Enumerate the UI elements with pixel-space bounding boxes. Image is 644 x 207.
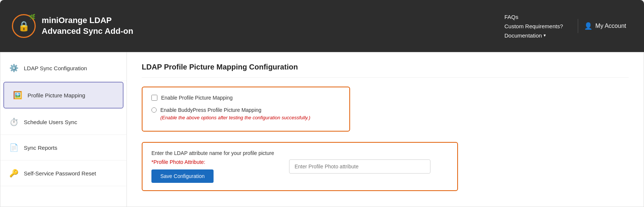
sidebar: ⚙️ LDAP Sync Configuration 🖼️ Profile Pi… (0, 52, 127, 207)
nav-links: FAQs Custom Requirements? Documentation … (504, 14, 563, 39)
enable-mapping-checkbox[interactable] (151, 95, 157, 101)
attr-left: Enter the LDAP attribute name for your p… (151, 150, 274, 183)
custom-req-link[interactable]: Custom Requirements? (504, 23, 563, 29)
main-container: ⚙️ LDAP Sync Configuration 🖼️ Profile Pi… (0, 52, 644, 207)
app-header: 🔒 🌿 miniOrange LDAP Advanced Sync Add-on… (0, 0, 644, 52)
app-logo: 🔒 🌿 (12, 14, 36, 38)
sidebar-item-schedule-users-sync[interactable]: ⏱️ Schedule Users Sync (0, 109, 126, 135)
attribute-section: Enter the LDAP attribute name for your p… (142, 142, 458, 191)
enable-buddypress-row: Enable BuddyPress Profile Picture Mappin… (151, 107, 340, 120)
enable-mapping-label: Enable Profile Picture Mapping (161, 95, 233, 101)
enable-buddypress-label: Enable BuddyPress Profile Picture Mappin… (160, 107, 262, 113)
user-icon: 👤 (584, 22, 592, 30)
profile-photo-attribute-input[interactable] (289, 159, 430, 174)
enable-mapping-row: Enable Profile Picture Mapping (151, 95, 340, 101)
page-title: LDAP Profile Picture Mapping Configurati… (142, 63, 629, 78)
attr-label: *Profile Photo Attribute: (151, 159, 274, 165)
sync-config-icon: ⚙️ (9, 64, 19, 72)
save-configuration-button[interactable]: Save Configuration (151, 169, 214, 183)
leaf-icon: 🌿 (29, 14, 35, 20)
chevron-down-icon: ▾ (544, 33, 546, 38)
my-account-button[interactable]: 👤 My Account (578, 19, 632, 33)
options-box: Enable Profile Picture Mapping Enable Bu… (142, 87, 350, 132)
app-title: miniOrange LDAP Advanced Sync Add-on (42, 15, 146, 36)
sidebar-item-sync-reports[interactable]: 📄 Sync Reports (0, 135, 126, 161)
faqs-link[interactable]: FAQs (504, 14, 563, 20)
content-area: LDAP Profile Picture Mapping Configurati… (127, 52, 644, 207)
sidebar-item-profile-picture-mapping[interactable]: 🖼️ Profile Picture Mapping (3, 82, 124, 109)
profile-pic-icon: 🖼️ (13, 91, 22, 100)
lock-icon: 🔒 (18, 20, 30, 32)
header-nav: FAQs Custom Requirements? Documentation … (504, 14, 632, 39)
header-left: 🔒 🌿 miniOrange LDAP Advanced Sync Add-on (12, 14, 146, 38)
sidebar-item-self-service-password-reset[interactable]: 🔑 Self-Service Password Reset (0, 161, 126, 186)
schedule-icon: ⏱️ (9, 117, 19, 126)
warning-text: (Enable the above options after testing … (160, 115, 310, 120)
reports-icon: 📄 (9, 143, 19, 152)
attr-description: Enter the LDAP attribute name for your p… (151, 150, 274, 156)
documentation-link[interactable]: Documentation ▾ (504, 32, 563, 39)
sidebar-item-ldap-sync-config[interactable]: ⚙️ LDAP Sync Configuration (0, 55, 126, 81)
attr-input-container (289, 159, 430, 174)
attr-row: Enter the LDAP attribute name for your p… (151, 150, 448, 183)
enable-buddypress-radio[interactable] (151, 107, 157, 113)
self-service-icon: 🔑 (9, 169, 19, 178)
